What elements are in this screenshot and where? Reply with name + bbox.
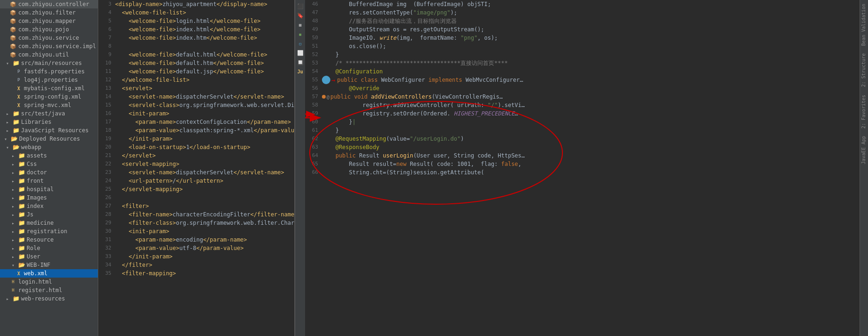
red-arrow-indicator: → [331, 76, 335, 84]
code-line: 6 <welcome-file>index.html</welcome-file… [98, 25, 294, 34]
code-line: 64 public Result userLogin(User user, St… [305, 151, 860, 160]
package-icon: 📦 [9, 34, 17, 42]
gutter-icon-7[interactable]: 🔲 [296, 58, 305, 66]
sidebar-item-user[interactable]: 📁 User [0, 252, 98, 261]
tri-close-icon [9, 186, 17, 193]
tri-close-icon [9, 236, 17, 243]
folder-icon: 📁 [18, 178, 25, 184]
code-line: 10 <welcome-file>default.htm</welcome-fi… [98, 59, 294, 67]
code-line: 47 res.setContentType("image/png"); [305, 8, 860, 17]
sidebar-item-service[interactable]: 📦 com.zhiyou.service [0, 34, 98, 42]
gutter-icon-8[interactable]: Ju [296, 67, 305, 76]
sidebar-item-index[interactable]: 📁 index [0, 202, 98, 210]
side-label-favorites[interactable]: 2: Favorites [860, 91, 868, 132]
package-icon: 📦 [9, 9, 17, 16]
sidebar-item-service-impl[interactable]: 📦 com.zhiyou.service.impl [0, 42, 98, 50]
html-icon: H [9, 286, 17, 294]
sidebar-item-hospital[interactable]: 📁 hospital [0, 185, 98, 193]
sidebar-item-css[interactable]: 📁 Css [0, 160, 98, 168]
code-line: 14 <servlet-name>dispatcherServlet</serv… [98, 93, 294, 101]
sidebar-item-pojo[interactable]: 📦 com.zhiyou.pojo [0, 25, 98, 34]
sidebar-item-mybatis[interactable]: X mybatis-config.xml [0, 84, 98, 93]
at-symbol: @ [327, 94, 329, 100]
tri-close-icon [9, 202, 17, 210]
side-label-javaee[interactable]: JavaEE App [860, 132, 868, 168]
sidebar-item-spring-config[interactable]: X spring-config.xml [0, 93, 98, 101]
code-line: 19 </init-param> [98, 135, 294, 143]
code-line: 54 @Configuration [305, 67, 860, 76]
sidebar-item-spring-mvc[interactable]: X spring-mvc.xml [0, 101, 98, 109]
file-tree[interactable]: 📦 com.zhiyou.controller 📦 com.zhiyou.fil… [0, 0, 98, 336]
code-line: 3 <display-name>zhiyou_apartment</displa… [98, 0, 294, 8]
sidebar-item-medicine[interactable]: 📁 medicine [0, 219, 98, 227]
sidebar-item-webinf[interactable]: 📂 WEB-INF [0, 261, 98, 269]
gutter-icon-4[interactable]: ◾ [296, 30, 305, 38]
sidebar-item-assets[interactable]: 📁 assets [0, 151, 98, 160]
editor-area: 3 <display-name>zhiyou_apartment</displa… [98, 0, 868, 336]
sidebar-item-resource[interactable]: 📁 Resource [0, 236, 98, 244]
gutter-icon-3[interactable]: ◼ [296, 21, 305, 29]
xml-editor[interactable]: 3 <display-name>zhiyou_apartment</displa… [98, 0, 295, 336]
sidebar-item-test[interactable]: 📁 src/test/java [0, 109, 98, 118]
sidebar-item-register-html[interactable]: H register.html [0, 286, 98, 294]
code-line: 55 → public class WebConfigurer implemen… [305, 76, 860, 84]
sidebar-item-webxml[interactable]: X web.xml [0, 269, 98, 278]
sidebar-item-web-resources[interactable]: 📁 web-resources [0, 294, 98, 303]
sidebar-item-registration[interactable]: 📁 registration [0, 227, 98, 236]
sidebar-item-filter[interactable]: 📦 com.zhiyou.filter [0, 8, 98, 17]
code-line: 60 }| [305, 118, 860, 126]
folder-icon: 📁 [18, 236, 25, 243]
gutter-icon-5[interactable]: ◽ [296, 39, 305, 48]
xml-icon: X [15, 101, 22, 109]
code-container: 3 <display-name>zhiyou_apartment</displa… [98, 0, 868, 336]
sidebar-item-deployed-resources[interactable]: 📂 Deployed Resources [0, 135, 98, 143]
prop-icon: P [15, 68, 22, 75]
code-line: 7 <welcome-file>index.htm</welcome-file> [98, 34, 294, 42]
java-editor[interactable]: 46 BufferedImage img (BufferedImage) obj… [305, 0, 860, 336]
side-label-structure[interactable]: 2: Structure [860, 50, 868, 91]
code-line: 22 <servlet-mapping> [98, 160, 294, 168]
sidebar-item-doctor[interactable]: 📁 doctor [0, 168, 98, 177]
sidebar-item-resources[interactable]: 📁 src/main/resources [0, 59, 98, 67]
code-line: 66 String.cht=(String)session.getAttribu… [305, 168, 860, 177]
folder-icon: 📁 [18, 152, 25, 159]
sidebar-item-util[interactable]: 📦 com.zhiyou.util [0, 50, 98, 59]
sidebar-item-images[interactable]: 📁 Images [0, 193, 98, 202]
code-line: 33 </init-param> [98, 252, 294, 261]
sidebar-item-js-resources[interactable]: 📁 JavaScript Resources [0, 126, 98, 135]
side-labels-panel: Bean Validation 2: Structure 2: Favorite… [860, 0, 868, 336]
gutter-icon-1[interactable]: ⬛ [296, 2, 305, 10]
tri-close-icon [9, 152, 17, 159]
code-line: 56 @Override [305, 84, 860, 93]
side-label-bean-validation[interactable]: Bean Validation [860, 0, 868, 50]
code-line: 65 Result result=new Result( code: 1001,… [305, 160, 860, 168]
sidebar-item-libraries[interactable]: 📁 Libraries [0, 118, 98, 126]
chrome-icon [322, 76, 330, 84]
sidebar-item-role[interactable]: 📁 Role [0, 244, 98, 252]
tri-close-icon [9, 194, 17, 201]
sidebar-item-mapper[interactable]: 📦 com.zhiyou.mapper [0, 17, 98, 25]
folder-icon: 📁 [18, 245, 25, 251]
sidebar-item-controller[interactable]: 📦 com.zhiyou.controller [0, 0, 98, 8]
folder-icon: 📁 [18, 220, 25, 226]
tri-close-icon [9, 228, 17, 235]
folder-icon: 📁 [13, 60, 20, 66]
code-line: 50 ImageIO. write(img, formatName: "png"… [305, 34, 860, 42]
sidebar-item-log4j[interactable]: P log4j.properties [0, 76, 98, 84]
code-line: 63 @ResponseBody [305, 143, 860, 151]
folder-icon: 📁 [13, 295, 20, 302]
sidebar-item-front[interactable]: 📁 front [0, 177, 98, 185]
sidebar-item-webapp[interactable]: 📂 webapp [0, 143, 98, 151]
gutter-icon-2[interactable]: 🔖 [296, 11, 305, 20]
sidebar-item-js[interactable]: 📁 Js [0, 210, 98, 219]
deployed-resources-folder-icon: 📂 [11, 136, 18, 142]
folder-icon: 📁 [18, 169, 25, 176]
code-line: 4 <welcome-file-list> [98, 8, 294, 17]
sidebar-item-login-html[interactable]: H login.html [0, 278, 98, 286]
code-line: 58 registry.addViewController( urlPath: … [305, 101, 860, 109]
code-line: 18 <param-value>classpath:spring-*.xml</… [98, 126, 294, 135]
gutter-icon-6[interactable]: ⬜ [296, 49, 305, 57]
sidebar-item-fastdfs[interactable]: P fastdfs.properties [0, 67, 98, 76]
tri-open-icon [4, 59, 11, 67]
tri-close-icon [9, 169, 17, 176]
